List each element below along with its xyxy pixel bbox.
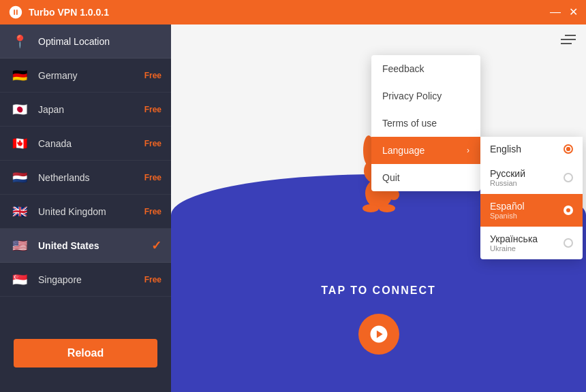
menu-button[interactable] [561,35,576,44]
connect-button[interactable] [358,314,399,355]
sidebar-item-japan[interactable]: 🇯🇵 Japan Free [0,93,171,127]
flag-netherlands: 🇳🇱 [10,167,30,188]
title-bar: Turbo VPN 1.0.0.1 — ✕ [0,0,586,24]
lang-text: Español Spanish [490,201,525,220]
free-badge: Free [144,105,161,114]
lang-radio-ukrainian [564,238,573,248]
svg-point-5 [363,204,379,212]
sidebar-item-label: United Kingdom [38,206,144,217]
sidebar-item-canada[interactable]: 🇨🇦 Canada Free [0,127,171,161]
menu-item-terms[interactable]: Terms of use [371,110,480,137]
lang-item-russian[interactable]: Русский Russian [480,161,583,194]
lang-item-english[interactable]: English [480,137,583,161]
flag-us: 🇺🇸 [10,235,30,256]
sidebar-item-germany[interactable]: 🇩🇪 Germany Free [0,59,171,93]
sidebar-item-netherlands[interactable]: 🇳🇱 Netherlands Free [0,161,171,195]
sidebar-item-uk[interactable]: 🇬🇧 United Kingdom Free [0,195,171,229]
reload-button[interactable]: Reload [14,339,157,368]
menu-item-language[interactable]: Language › English Русский [371,137,480,164]
free-badge: Free [144,71,161,80]
main-layout: 📍 Optimal Location 🇩🇪 Germany Free 🇯🇵 Ja… [0,24,586,392]
sidebar: 📍 Optimal Location 🇩🇪 Germany Free 🇯🇵 Ja… [0,24,171,392]
svg-point-6 [379,204,395,212]
location-pin-icon: 📍 [10,31,30,52]
lang-text: Українська Ukraine [490,233,538,252]
lang-radio-spanish [564,206,573,215]
menu-item-feedback[interactable]: Feedback [371,55,480,82]
sidebar-item-label: Japan [38,104,144,115]
menu-item-quit[interactable]: Quit [371,164,480,191]
app-title: Turbo VPN 1.0.0.1 [29,7,550,18]
sidebar-item-label: Optimal Location [38,36,161,47]
tap-to-connect-text: TAP TO CONNECT [171,284,586,297]
lang-item-ukrainian[interactable]: Українська Ukraine [480,227,583,259]
minimize-button[interactable]: — [550,7,561,18]
menu-line [561,39,576,40]
sidebar-item-label: Germany [38,70,144,81]
menu-item-privacy[interactable]: Privacy Policy [371,82,480,110]
lang-text: English [490,144,521,154]
menu-line [565,35,576,36]
sidebar-item-singapore[interactable]: 🇸🇬 Singapore Free [0,263,171,297]
free-badge: Free [144,275,161,284]
flag-singapore: 🇸🇬 [10,270,30,290]
flag-germany: 🇩🇪 [10,65,30,86]
dropdown-menu: Feedback Privacy Policy Terms of use Lan… [371,55,480,191]
language-submenu: English Русский Russian [480,137,583,259]
free-badge: Free [144,139,161,148]
selected-check-icon: ✓ [151,238,161,253]
close-button[interactable]: ✕ [569,7,578,18]
chevron-right-icon: › [467,146,469,155]
sidebar-item-optimal[interactable]: 📍 Optimal Location [0,24,171,59]
lang-text: Русский Russian [490,168,525,187]
window-controls: — ✕ [550,7,578,18]
lang-radio-english [564,144,573,154]
flag-uk: 🇬🇧 [10,201,30,222]
lang-radio-russian [564,173,573,182]
free-badge: Free [144,173,161,182]
sidebar-item-us[interactable]: 🇺🇸 United States ✓ [0,229,171,263]
menu-line [561,43,572,44]
sidebar-item-label: Netherlands [38,172,144,183]
sidebar-item-label: United States [38,240,151,251]
sidebar-item-label: Canada [38,138,144,149]
content-area: Feedback Privacy Policy Terms of use Lan… [171,24,586,392]
lang-item-spanish[interactable]: Español Spanish [480,194,583,227]
flag-japan: 🇯🇵 [10,99,30,120]
sidebar-item-label: Singapore [38,274,144,285]
flag-canada: 🇨🇦 [10,133,30,154]
app-logo [8,5,23,20]
free-badge: Free [144,207,161,216]
